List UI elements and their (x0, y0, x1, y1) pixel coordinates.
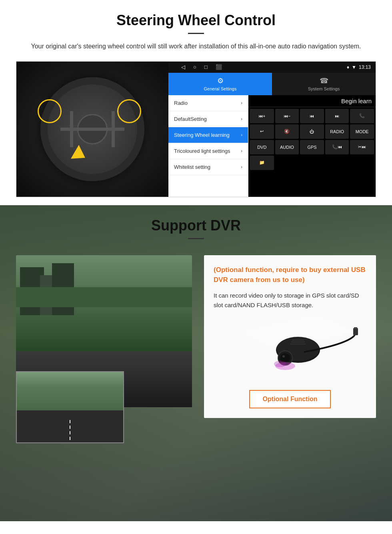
dvr-main-content: (Optional function, require to buy exter… (0, 247, 392, 431)
camera-inset-preview (16, 371, 124, 443)
chevron-icon-2: › (241, 116, 242, 121)
chevron-icon: › (241, 100, 242, 105)
steering-subtitle: Your original car's steering wheel contr… (24, 41, 368, 52)
android-body: Radio › DefaultSetting › Steering Wheel … (168, 95, 376, 197)
dvr-divider (188, 238, 204, 239)
chevron-icon-4: › (241, 148, 242, 153)
dvr-title-area: Support DVR (0, 205, 392, 247)
dvr-photo-area (16, 255, 192, 423)
ctrl-mute[interactable]: 🔇 (275, 124, 299, 139)
control-buttons-grid: ⏮+ ⏮− ⏮ ⏭ 📞 ↩ 🔇 ⏻ RADIO MODE DVD AUDIO G… (248, 107, 376, 172)
chevron-icon-5: › (241, 164, 242, 169)
menu-item-whitelist[interactable]: Whitelist setting › (168, 159, 248, 175)
recents-icon: □ (204, 64, 208, 70)
wheel-spoke-vr (112, 111, 115, 147)
home-icon: ○ (193, 64, 196, 70)
svg-rect-9 (354, 327, 357, 329)
ctrl-gps[interactable]: GPS (300, 140, 324, 154)
ctrl-phone-prev[interactable]: 📞⏮ (325, 140, 349, 154)
hedge (16, 287, 192, 307)
dvr-info-card: (Optional function, require to buy exter… (204, 255, 376, 418)
system-icon: ☎ (320, 76, 328, 85)
dvr-title: Support DVR (16, 217, 376, 234)
dvr-right-col: (Optional function, require to buy exter… (204, 255, 376, 418)
steering-mockup: ◁ ○ □ ⬛ ♦ ▼ 13:13 ⚙ General Settings (16, 61, 376, 197)
ctrl-cut-next[interactable]: ✂⏭ (350, 140, 374, 154)
ctrl-next[interactable]: ⏭ (325, 109, 349, 123)
svg-rect-8 (353, 328, 358, 335)
ctrl-mode[interactable]: MODE (350, 124, 374, 139)
steering-wheel-photo (16, 62, 168, 197)
dvr-optional-text: (Optional function, require to buy exter… (214, 265, 366, 285)
ctrl-hangup[interactable]: ↩ (250, 124, 274, 139)
tab-general-settings[interactable]: ⚙ General Settings (168, 73, 272, 95)
menu-item-defaultsetting[interactable]: DefaultSetting › (168, 111, 248, 127)
ctrl-dvd[interactable]: DVD (250, 140, 274, 154)
steering-section: Steering Wheel Control Your original car… (0, 0, 392, 205)
tab-general-label: General Settings (204, 86, 237, 91)
dvr-section: Support DVR (0, 205, 392, 521)
steering-title: Steering Wheel Control (16, 12, 376, 29)
signal-icon: ♦ (347, 64, 349, 70)
ctrl-audio[interactable]: AUDIO (275, 140, 299, 154)
begin-learn-button[interactable]: Begin learn (341, 98, 372, 104)
tab-system-settings[interactable]: ☎ System Settings (272, 73, 376, 95)
menu-item-tricoloured[interactable]: Tricoloured light settings › (168, 143, 248, 159)
chevron-icon-3: › (241, 132, 242, 137)
wifi-icon: ▼ (352, 64, 356, 70)
annotation-circle-right (117, 99, 141, 123)
menu-item-radio-label: Radio (174, 100, 188, 106)
nav-icons: ◁ ○ □ ⬛ (173, 64, 347, 70)
status-icons: ♦ ▼ 13:13 (347, 64, 371, 70)
begin-learn-row: Begin learn (248, 95, 376, 107)
ctrl-vol-up[interactable]: ⏮+ (250, 109, 274, 123)
dvr-camera-illustration (214, 318, 366, 382)
android-panel: ◁ ○ □ ⬛ ♦ ▼ 13:13 ⚙ General Settings (168, 62, 376, 197)
tab-system-label: System Settings (308, 86, 340, 91)
android-control-panel: Begin learn ⏮+ ⏮− ⏮ ⏭ 📞 ↩ 🔇 ⏻ RADIO MODE… (248, 95, 376, 197)
svg-point-4 (282, 355, 285, 358)
annotation-circle-left (38, 99, 62, 123)
camera-road-line (70, 420, 70, 442)
android-menu-list: Radio › DefaultSetting › Steering Wheel … (168, 95, 248, 197)
wheel-circle (40, 77, 144, 181)
optional-function-button[interactable]: Optional Function (249, 390, 331, 408)
dvr-description: It can record video only to storage in G… (214, 291, 366, 310)
menu-icon: ⬛ (216, 64, 222, 70)
back-icon: ◁ (181, 64, 185, 70)
ctrl-phone[interactable]: 📞 (350, 109, 374, 123)
menu-item-tri-label: Tricoloured light settings (174, 148, 230, 154)
settings-icon: ⚙ (217, 76, 224, 85)
ctrl-prev[interactable]: ⏮ (300, 109, 324, 123)
menu-item-sw-label: Steering Wheel learning (174, 132, 230, 138)
camera-inset-bg (17, 372, 123, 442)
time-display: 13:13 (359, 64, 371, 70)
ctrl-vol-down[interactable]: ⏮− (275, 109, 299, 123)
android-tabs: ⚙ General Settings ☎ System Settings (168, 73, 376, 95)
title-divider (188, 33, 204, 34)
optional-function-btn-row: Optional Function (214, 390, 366, 408)
dvr-camera-svg (218, 320, 362, 380)
svg-point-11 (274, 361, 286, 367)
ctrl-radio[interactable]: RADIO (325, 124, 349, 139)
menu-item-default-label: DefaultSetting (174, 116, 207, 122)
ctrl-folder[interactable]: 📁 (250, 156, 274, 170)
wheel-spoke-vl (70, 111, 73, 147)
ctrl-power[interactable]: ⏻ (300, 124, 324, 139)
dvr-left-col (16, 255, 192, 423)
camera-road (17, 410, 123, 442)
menu-item-white-label: Whitelist setting (174, 164, 210, 170)
android-statusbar: ◁ ○ □ ⬛ ♦ ▼ 13:13 (168, 62, 376, 73)
menu-item-steering-wheel[interactable]: Steering Wheel learning › (168, 127, 248, 143)
menu-item-radio[interactable]: Radio › (168, 95, 248, 111)
